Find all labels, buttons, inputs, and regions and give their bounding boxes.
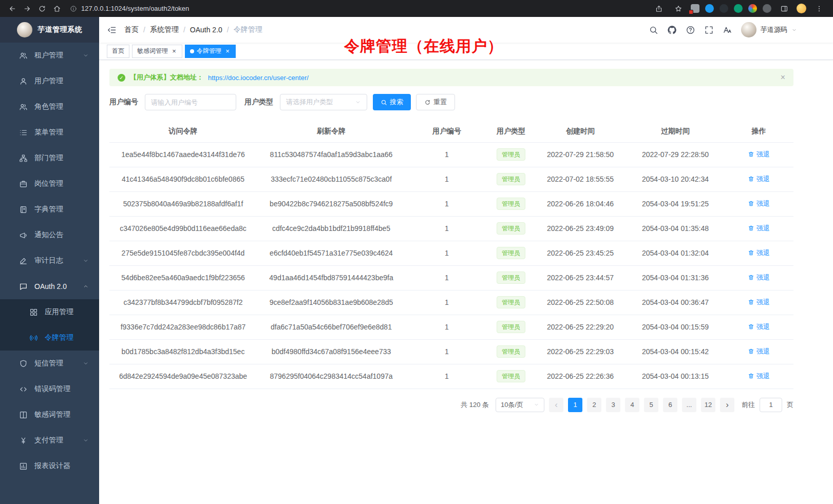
- address-bar[interactable]: 127.0.0.1:1024/system/oauth2/token: [65, 5, 649, 12]
- force-logout-button[interactable]: 强退: [748, 322, 770, 332]
- font-size-button[interactable]: [723, 25, 732, 35]
- chevron-down-icon: [83, 360, 89, 366]
- page-size-value: 10条/页: [501, 400, 523, 410]
- column-header: 过期时间: [627, 121, 724, 142]
- pagination-more[interactable]: ...: [682, 398, 696, 412]
- expire-time-cell: 2054-03-04 00:13:15: [627, 364, 724, 389]
- pagination-page-6[interactable]: 6: [663, 398, 677, 412]
- extension-icon[interactable]: [748, 4, 757, 13]
- tab-home[interactable]: 首页: [107, 45, 129, 58]
- sidebar-item-user[interactable]: 用户管理: [0, 68, 99, 94]
- alert-doc-link[interactable]: https://doc.iocoder.cn/user-center/: [208, 74, 309, 82]
- pagination: 共 120 条 10条/页 123456...12 前往 页: [109, 398, 793, 412]
- sidebar-item-oauth2-token[interactable]: 令牌管理: [0, 325, 99, 351]
- search-button[interactable]: 搜索: [373, 94, 411, 110]
- browser-profile-avatar[interactable]: [797, 4, 806, 13]
- pagination-page-2[interactable]: 2: [587, 398, 601, 412]
- sidebar-item-pay[interactable]: 支付管理: [0, 428, 99, 453]
- extension-icon[interactable]: [734, 4, 743, 13]
- book-icon: [19, 205, 28, 214]
- pagination-page-1[interactable]: 1: [568, 398, 582, 412]
- sidebar-item-dict[interactable]: 字典管理: [0, 197, 99, 222]
- bookmark-star-button[interactable]: [671, 2, 685, 15]
- pagination-page-4[interactable]: 4: [625, 398, 639, 412]
- app-logo[interactable]: 芋道管理系统: [0, 17, 99, 43]
- pagination-page-3[interactable]: 3: [606, 398, 620, 412]
- sidebar-item-error-code[interactable]: 错误码管理: [0, 376, 99, 402]
- tab-label: 令牌管理: [197, 47, 221, 55]
- sidebar-item-sms[interactable]: 短信管理: [0, 351, 99, 376]
- force-logout-button[interactable]: 强退: [748, 298, 770, 307]
- trash-icon: [748, 176, 754, 182]
- tab-close-icon[interactable]: [224, 48, 231, 54]
- sidebar-item-sensitive-word[interactable]: 敏感词管理: [0, 402, 99, 428]
- tab-token[interactable]: 令牌管理: [185, 45, 236, 58]
- extension-icon[interactable]: [720, 4, 728, 13]
- browser-reload-button[interactable]: [35, 2, 49, 15]
- force-logout-label: 强退: [756, 175, 770, 184]
- force-logout-button[interactable]: 强退: [748, 150, 770, 159]
- sidebar-item-notice[interactable]: 通知公告: [0, 222, 99, 248]
- user-id-input[interactable]: [145, 94, 236, 110]
- alert-close-icon[interactable]: [781, 73, 785, 82]
- share-button[interactable]: [652, 2, 666, 15]
- force-logout-button[interactable]: 强退: [748, 372, 770, 381]
- sidebar-item-menu[interactable]: 菜单管理: [0, 120, 99, 145]
- user-type-select[interactable]: 请选择用户类型: [280, 94, 367, 110]
- search-icon: [649, 25, 658, 35]
- github-button[interactable]: [667, 25, 677, 35]
- browser-back-button[interactable]: [5, 2, 19, 15]
- expire-time-cell: 2054-03-04 19:51:25: [627, 191, 724, 216]
- pagination-prev-button[interactable]: [549, 398, 563, 412]
- table-row: 41c41346a548490f9dc8b01c6bfe0865333ecfc7…: [109, 167, 793, 191]
- pagination-page-5[interactable]: 5: [644, 398, 658, 412]
- side-panel-button[interactable]: [777, 2, 791, 15]
- sidebar-item-audit-log[interactable]: 审计日志: [0, 248, 99, 274]
- force-logout-button[interactable]: 强退: [748, 248, 770, 258]
- sidebar-item-oauth2-app[interactable]: 应用管理: [0, 299, 99, 325]
- sidebar-item-label: 报表设计器: [34, 461, 70, 471]
- sidebar-item-post[interactable]: 岗位管理: [0, 171, 99, 197]
- tab-close-icon[interactable]: [171, 48, 177, 54]
- fullscreen-button[interactable]: [704, 25, 714, 35]
- sidebar-collapse-button[interactable]: [107, 25, 117, 35]
- force-logout-button[interactable]: 强退: [748, 224, 770, 233]
- extension-icon[interactable]: [691, 4, 699, 13]
- user-profile-menu[interactable]: 芋道源码: [741, 22, 797, 37]
- tab-sensitive-word[interactable]: 敏感词管理: [132, 45, 182, 58]
- created-time-cell: 2022-07-29 21:58:50: [534, 142, 627, 167]
- refresh-token-cell: 49d1aa46d1454fbd87591444423be9fa: [257, 265, 406, 290]
- table-body: 1ea5e44f8bc1467aaede43144f31de76811c5304…: [109, 142, 793, 389]
- access-token-cell: c347026e805e4d99b0d116eae66eda8c: [109, 216, 257, 241]
- sidebar-item-dept[interactable]: 部门管理: [0, 145, 99, 171]
- sidebar-item-tenant[interactable]: 租户管理: [0, 43, 99, 68]
- browser-home-button[interactable]: [50, 2, 64, 15]
- extension-icon[interactable]: [705, 4, 714, 13]
- force-logout-button[interactable]: 强退: [748, 347, 770, 356]
- sidebar-item-role[interactable]: 角色管理: [0, 94, 99, 120]
- force-logout-button[interactable]: 强退: [748, 175, 770, 184]
- pagination-goto-input[interactable]: [760, 398, 782, 412]
- sidebar: 芋道管理系统 租户管理用户管理角色管理菜单管理部门管理岗位管理字典管理通知公告审…: [0, 17, 99, 504]
- docs-help-button[interactable]: [686, 25, 695, 35]
- pagination-next-button[interactable]: [720, 398, 734, 412]
- force-logout-button[interactable]: 强退: [748, 199, 770, 208]
- sidebar-item-label: 敏感词管理: [34, 410, 70, 419]
- sidebar-item-report-designer[interactable]: 报表设计器: [0, 453, 99, 479]
- sidebar-item-oauth2[interactable]: OAuth 2.0: [0, 274, 99, 299]
- browser-menu-button[interactable]: [812, 2, 826, 15]
- reset-button[interactable]: 重置: [416, 94, 455, 110]
- breadcrumb-item[interactable]: 系统管理: [150, 25, 179, 34]
- page-size-select[interactable]: 10条/页: [496, 398, 544, 412]
- pagination-page-12[interactable]: 12: [701, 398, 715, 412]
- breadcrumb-item[interactable]: 首页: [124, 25, 139, 34]
- refresh-token-cell: dfa6c71a50a54c66bef706ef9e6e8d81: [257, 315, 406, 339]
- username: 芋道源码: [761, 25, 787, 34]
- expire-time-cell: 2022-07-29 22:28:50: [627, 142, 724, 167]
- header-search-button[interactable]: [649, 25, 658, 35]
- user-type-cell: 管理员: [488, 191, 534, 216]
- force-logout-button[interactable]: 强退: [748, 273, 770, 282]
- extension-icon[interactable]: [763, 4, 771, 13]
- browser-forward-button[interactable]: [20, 2, 34, 15]
- breadcrumb-item[interactable]: OAuth 2.0: [190, 26, 222, 34]
